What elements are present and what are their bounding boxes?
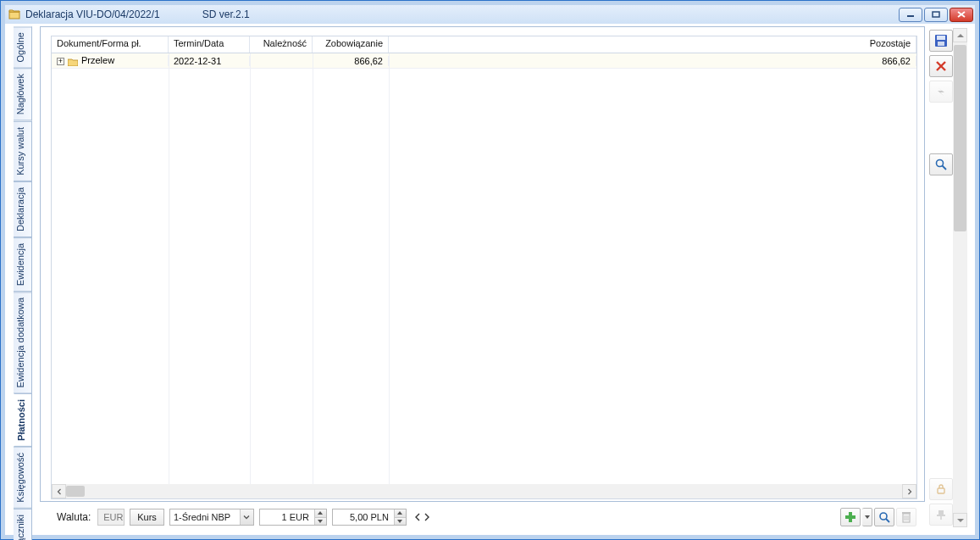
horizontal-scrollbar[interactable] — [52, 484, 916, 498]
pin-button — [929, 504, 953, 526]
step-down-icon[interactable] — [395, 517, 406, 526]
main-panel: Dokument/Forma pł.Termin/DataNależnośćZo… — [40, 26, 925, 502]
folder-icon — [68, 58, 78, 66]
table-header: Dokument/Forma pł.Termin/DataNależnośćZo… — [52, 36, 916, 53]
tab-naglowek[interactable]: Nagłówek — [14, 68, 32, 120]
nav-arrows[interactable] — [413, 509, 431, 525]
scroll-up-icon[interactable] — [953, 28, 967, 42]
svg-point-7 — [880, 513, 887, 520]
rate-button[interactable]: Kurs — [130, 509, 164, 526]
table-row[interactable]: +Przelew2022-12-31866,62866,62 — [52, 53, 916, 69]
svg-line-20 — [943, 166, 947, 170]
svg-point-19 — [937, 160, 944, 167]
add-dropdown-button[interactable] — [862, 508, 872, 526]
minimize-button[interactable] — [899, 8, 922, 22]
svg-rect-2 — [933, 12, 939, 17]
amount-pln-value: 5,00 PLN — [333, 512, 394, 522]
svg-rect-24 — [937, 515, 945, 516]
column-zobow[interactable]: Zobowiązanie — [313, 36, 389, 53]
scroll-track[interactable] — [66, 484, 902, 498]
step-up-icon[interactable] — [395, 509, 406, 517]
cell-pozost: 866,62 — [389, 56, 916, 66]
lock-button — [929, 478, 953, 500]
app-icon — [8, 8, 20, 20]
column-term[interactable]: Termin/Data — [169, 36, 250, 53]
cell-zobow: 866,62 — [313, 56, 389, 66]
step-down-icon[interactable] — [315, 517, 326, 526]
tab-ksiegowosc[interactable]: Księgowość — [14, 447, 32, 509]
rate-type-select[interactable]: 1-Średni NBP — [169, 509, 254, 526]
amount-eur-stepper[interactable]: 1 EUR — [259, 509, 327, 526]
delete-button — [896, 508, 916, 526]
preview-button[interactable] — [874, 508, 894, 526]
tab-deklaracja[interactable]: Deklaracja — [14, 181, 32, 237]
scroll-thumb[interactable] — [66, 486, 85, 497]
cancel-button[interactable] — [929, 55, 953, 77]
currency-field: EUR — [97, 509, 125, 526]
tab-ewidencja-dodatkowa[interactable]: Ewidencja dodatkowa — [14, 292, 32, 393]
currency-label: Waluta: — [57, 511, 91, 523]
action-button — [929, 81, 953, 103]
add-button[interactable] — [840, 508, 861, 526]
payments-table: Dokument/Forma pł.Termin/DataNależnośćZo… — [51, 36, 917, 499]
svg-rect-21 — [938, 488, 944, 493]
cell-term: 2022-12-31 — [169, 56, 250, 66]
svg-rect-6 — [845, 515, 855, 519]
side-tabs: OgólneNagłówekKursy walutDeklaracjaEwide… — [14, 26, 32, 532]
column-pozost[interactable]: Pozostaje — [389, 36, 916, 53]
svg-rect-0 — [9, 12, 19, 19]
table-body: +Przelew2022-12-31866,62866,62 — [52, 53, 916, 484]
tab-ogolne[interactable]: Ogólne — [14, 26, 32, 68]
tab-kursy-walut[interactable]: Kursy walut — [14, 121, 32, 181]
column-nalez[interactable]: Należność — [250, 36, 313, 53]
window-title: Deklaracja VIU-DO/04/2022/1 — [25, 8, 160, 20]
rate-type-value: 1-Średni NBP — [170, 512, 240, 522]
right-toolbar — [928, 26, 969, 529]
scroll-right-icon[interactable] — [902, 484, 916, 498]
bottom-bar: Waluta: EUR Kurs 1-Średni NBP 1 EUR 5,00… — [40, 505, 925, 529]
svg-rect-16 — [938, 42, 944, 46]
save-button[interactable] — [929, 30, 953, 52]
window-version: SD ver.2.1 — [202, 8, 250, 20]
svg-rect-13 — [902, 512, 911, 514]
close-button[interactable] — [950, 8, 973, 22]
vertical-scroll-thumb[interactable] — [954, 45, 966, 231]
cell-doc: Przelew — [81, 55, 114, 65]
amount-eur-value: 1 EUR — [260, 512, 314, 522]
expand-icon[interactable]: + — [57, 58, 64, 65]
column-doc[interactable]: Dokument/Forma pł. — [52, 36, 169, 53]
nav-prev-icon[interactable] — [413, 509, 422, 525]
find-button[interactable] — [929, 153, 953, 175]
tab-ewidencja[interactable]: Ewidencja — [14, 237, 32, 292]
step-up-icon[interactable] — [315, 509, 326, 517]
scroll-down-icon[interactable] — [953, 513, 967, 527]
scroll-left-icon[interactable] — [52, 484, 66, 498]
amount-pln-stepper[interactable]: 5,00 PLN — [332, 509, 407, 526]
svg-rect-15 — [937, 36, 945, 40]
tab-platnosci[interactable]: Płatności — [14, 393, 32, 447]
svg-line-8 — [886, 519, 889, 522]
chevron-down-icon[interactable] — [240, 509, 253, 525]
titlebar: Deklaracja VIU-DO/04/2022/1 SD ver.2.1 — [5, 5, 975, 24]
maximize-button[interactable] — [924, 8, 948, 22]
app-window: Deklaracja VIU-DO/04/2022/1 SD ver.2.1 O… — [0, 0, 980, 540]
nav-next-icon[interactable] — [423, 509, 431, 525]
tab-zalaczniki[interactable]: Załączniki — [14, 509, 32, 540]
